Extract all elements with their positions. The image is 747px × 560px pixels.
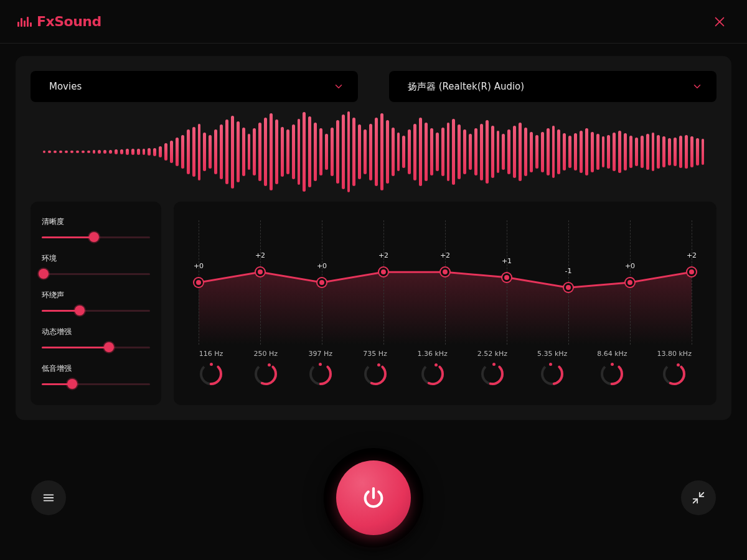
visualizer-bar	[258, 123, 261, 181]
eq-point[interactable]	[194, 278, 203, 287]
visualizer-bar	[507, 129, 510, 174]
visualizer-bar	[176, 138, 179, 166]
eq-gain-label: +2	[687, 251, 697, 259]
slider-thumb[interactable]	[89, 232, 99, 242]
slider-track[interactable]	[42, 268, 150, 280]
close-button[interactable]	[710, 12, 730, 32]
eq-point[interactable]	[502, 273, 511, 282]
menu-button[interactable]	[31, 480, 66, 515]
eq-knob-column: 1.36 kHz	[417, 350, 447, 386]
visualizer-bar	[164, 143, 167, 161]
visualizer-bar	[248, 134, 251, 170]
slider-track[interactable]	[42, 231, 150, 243]
visualizer-bar	[657, 135, 660, 169]
eq-point[interactable]	[687, 268, 696, 276]
eq-knob[interactable]	[420, 362, 445, 386]
chevron-down-icon	[692, 81, 703, 92]
slider-thumb[interactable]	[39, 269, 49, 279]
slider-label: 动态增强	[42, 327, 150, 337]
eq-knob[interactable]	[599, 362, 624, 386]
eq-knobs-row: 116 Hz250 Hz397 Hz735 Hz1.36 kHz2.52 kHz…	[199, 350, 692, 386]
eq-freq-label: 8.64 kHz	[597, 350, 627, 358]
slider-thumb[interactable]	[75, 306, 85, 315]
visualizer-bar	[325, 134, 328, 170]
visualizer-bar	[685, 135, 688, 169]
svg-point-2	[253, 362, 278, 386]
slider-track[interactable]	[42, 378, 150, 390]
visualizer-bar	[364, 129, 367, 174]
eq-point[interactable]	[441, 268, 449, 276]
eq-knob[interactable]	[363, 362, 388, 386]
visualizer-bar	[652, 133, 655, 171]
eq-knob[interactable]	[253, 362, 278, 386]
visualizer-bar	[580, 131, 583, 173]
eq-knob[interactable]	[308, 362, 333, 386]
slider-track[interactable]	[42, 341, 150, 353]
eq-knob[interactable]	[662, 362, 687, 386]
visualizer-bar	[402, 136, 405, 168]
effect-slider: 低音增强	[42, 363, 150, 390]
chevron-down-icon	[333, 81, 344, 92]
visualizer-bar	[425, 123, 428, 181]
eq-knob[interactable]	[540, 362, 565, 386]
eq-point[interactable]	[256, 268, 265, 276]
eq-knob[interactable]	[199, 362, 223, 386]
visualizer-bar	[641, 136, 644, 168]
eq-knob[interactable]	[480, 362, 505, 386]
visualizer-bar	[662, 136, 665, 167]
preset-selected: Movies	[49, 81, 82, 92]
svg-point-6	[363, 362, 388, 386]
visualizer-bar	[541, 132, 544, 172]
visualizer-bar	[568, 136, 571, 168]
visualizer-bar	[635, 138, 638, 167]
visualizer-bar	[369, 124, 372, 180]
eq-point[interactable]	[564, 283, 573, 292]
visualizer-bar	[314, 123, 317, 181]
footer	[0, 436, 747, 560]
eq-freq-label: 5.35 kHz	[537, 350, 567, 358]
visualizer-bar	[646, 134, 649, 169]
visualizer-bar	[469, 134, 472, 170]
slider-thumb[interactable]	[104, 342, 114, 352]
svg-point-8	[420, 362, 445, 386]
eq-point[interactable]	[379, 268, 388, 276]
eq-band-column: +2	[383, 220, 384, 345]
eq-point[interactable]	[317, 278, 326, 287]
visualizer-bar	[358, 124, 361, 179]
visualizer-bar	[408, 129, 411, 174]
slider-track[interactable]	[42, 304, 150, 317]
eq-graph[interactable]: +0+2+0+2+2+1-1+0+2	[199, 220, 692, 345]
visualizer-bar	[458, 124, 461, 179]
visualizer-bar	[563, 133, 566, 170]
collapse-icon	[692, 491, 705, 505]
power-button[interactable]	[336, 460, 411, 535]
equalizer-panel: +0+2+0+2+2+1-1+0+2 116 Hz250 Hz397 Hz735…	[174, 202, 716, 405]
eq-gain-label: +0	[194, 262, 204, 270]
eq-point[interactable]	[626, 278, 634, 287]
visualizer-bar	[209, 135, 212, 169]
eq-gain-label: +1	[502, 257, 512, 265]
visualizer-bar	[303, 112, 306, 191]
visualizer-bar	[441, 128, 444, 176]
eq-band-column: -1	[568, 220, 569, 345]
effect-sliders-panel: 清晰度环境环绕声动态增强低音增强	[31, 202, 161, 405]
output-device-dropdown[interactable]: 扬声器 (Realtek(R) Audio)	[389, 71, 716, 102]
eq-freq-label: 1.36 kHz	[417, 350, 447, 358]
visualizer-bar	[103, 150, 106, 154]
collapse-button[interactable]	[681, 480, 716, 515]
visualizer-bar	[76, 151, 79, 153]
visualizer-bar	[607, 135, 610, 169]
visualizer-bar	[474, 128, 477, 175]
visualizer-bar	[253, 128, 256, 175]
visualizer-bar	[380, 113, 383, 190]
preset-dropdown[interactable]: Movies	[31, 71, 358, 102]
eq-band-column: +0	[199, 220, 199, 345]
eq-gain-label: +0	[625, 262, 635, 270]
eq-knob-column: 250 Hz	[253, 350, 278, 386]
slider-thumb[interactable]	[67, 379, 77, 389]
visualizer-bar	[298, 119, 301, 185]
visualizer-bar	[519, 123, 522, 181]
visualizer-bar	[237, 121, 240, 182]
eq-gain-label: +0	[317, 262, 327, 270]
visualizer-bar	[153, 148, 156, 156]
